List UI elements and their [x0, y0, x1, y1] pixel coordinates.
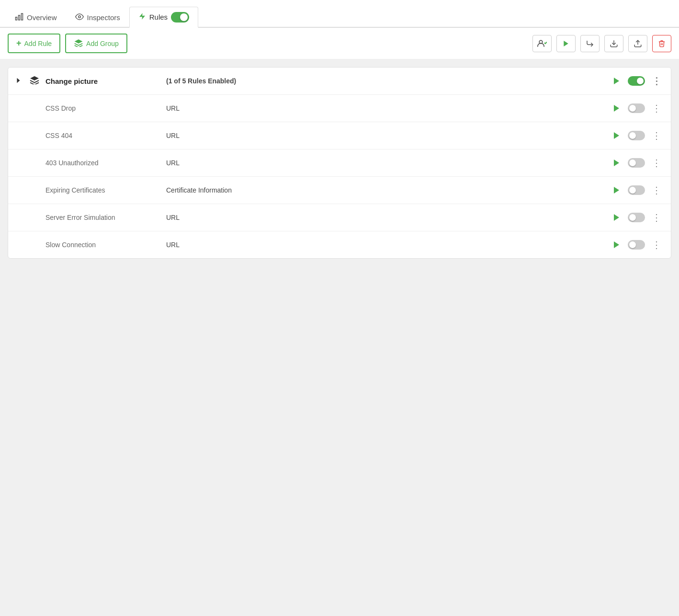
- rule-type: URL: [166, 159, 604, 167]
- rule-name: Server Error Simulation: [45, 214, 160, 221]
- tab-overview-label: Overview: [27, 13, 57, 22]
- rule-actions: ⋮: [610, 156, 663, 170]
- play-button[interactable]: [610, 156, 623, 170]
- table-row: Expiring Certificates Certificate Inform…: [8, 177, 671, 204]
- svg-rect-0: [22, 13, 23, 20]
- rule-type: Certificate Information: [166, 186, 604, 194]
- play-button[interactable]: [610, 74, 623, 88]
- rule-type: URL: [166, 241, 604, 249]
- more-options-button[interactable]: ⋮: [650, 76, 663, 86]
- tab-rules[interactable]: Rules: [129, 7, 198, 28]
- table-row: CSS Drop URL ⋮: [8, 95, 671, 122]
- rule-name: Expiring Certificates: [45, 186, 160, 194]
- rule-toggle[interactable]: [628, 131, 645, 140]
- rule-type: (1 of 5 Rules Enabled): [166, 77, 604, 85]
- add-rule-label: Add Rule: [24, 40, 52, 47]
- svg-rect-1: [19, 15, 20, 20]
- svg-marker-16: [614, 241, 619, 248]
- rule-name: CSS 404: [45, 132, 160, 139]
- rule-toggle[interactable]: [628, 240, 645, 250]
- tab-rules-label: Rules: [149, 13, 168, 21]
- rule-type: URL: [166, 104, 604, 112]
- run-button[interactable]: [556, 35, 576, 52]
- tab-inspectors-label: Inspectors: [87, 13, 120, 22]
- rule-actions: ⋮: [610, 102, 663, 115]
- group-layers-icon: [29, 76, 40, 87]
- svg-marker-13: [614, 160, 619, 166]
- svg-marker-14: [614, 187, 619, 194]
- rule-toggle[interactable]: [628, 185, 645, 195]
- table-row: 403 Unauthorized URL ⋮: [8, 149, 671, 177]
- delete-button[interactable]: [652, 35, 671, 52]
- rule-type: URL: [166, 132, 604, 139]
- rule-name: 403 Unauthorized: [45, 159, 160, 167]
- plus-icon: +: [16, 38, 22, 48]
- bar-chart-icon: [15, 12, 23, 23]
- rule-toggle[interactable]: [628, 158, 645, 168]
- add-rule-button[interactable]: + Add Rule: [8, 34, 60, 53]
- table-row: Slow Connection URL ⋮: [8, 231, 671, 258]
- rules-list: Change picture (1 of 5 Rules Enabled) ⋮ …: [8, 67, 671, 259]
- play-button[interactable]: [610, 102, 623, 115]
- more-options-button[interactable]: ⋮: [650, 213, 663, 222]
- add-group-button[interactable]: Add Group: [65, 34, 127, 53]
- svg-marker-9: [17, 78, 20, 82]
- toolbar: + Add Rule Add Group: [0, 28, 679, 59]
- rule-toggle[interactable]: [628, 213, 645, 222]
- play-button[interactable]: [610, 211, 623, 224]
- play-button[interactable]: [610, 238, 623, 251]
- rule-actions: ⋮: [610, 74, 663, 88]
- play-button[interactable]: [610, 183, 623, 197]
- svg-marker-15: [614, 214, 619, 221]
- svg-marker-4: [139, 13, 145, 19]
- more-options-button[interactable]: ⋮: [650, 240, 663, 250]
- layers-icon: [74, 38, 83, 48]
- more-options-button[interactable]: ⋮: [650, 185, 663, 195]
- rule-type: URL: [166, 214, 604, 221]
- table-row: Change picture (1 of 5 Rules Enabled) ⋮: [8, 68, 671, 95]
- more-options-button[interactable]: ⋮: [650, 103, 663, 113]
- add-group-label: Add Group: [86, 40, 119, 47]
- manage-users-button[interactable]: [532, 35, 552, 52]
- eye-icon: [75, 12, 84, 23]
- svg-marker-11: [614, 105, 619, 112]
- chevron-right-icon[interactable]: [16, 78, 23, 85]
- rule-actions: ⋮: [610, 211, 663, 224]
- forward-button[interactable]: [580, 35, 600, 52]
- rule-toggle[interactable]: [628, 103, 645, 113]
- more-options-button[interactable]: ⋮: [650, 158, 663, 168]
- rule-name: CSS Drop: [45, 104, 160, 112]
- svg-point-3: [78, 15, 80, 18]
- more-options-button[interactable]: ⋮: [650, 131, 663, 140]
- table-row: Server Error Simulation URL ⋮: [8, 204, 671, 231]
- tabs-bar: Overview Inspectors Rules: [0, 0, 679, 28]
- rule-toggle[interactable]: [628, 76, 645, 86]
- svg-rect-2: [16, 17, 17, 20]
- rule-actions: ⋮: [610, 238, 663, 251]
- rule-actions: ⋮: [610, 183, 663, 197]
- svg-marker-12: [614, 132, 619, 139]
- rule-actions: ⋮: [610, 129, 663, 142]
- export-button[interactable]: [628, 35, 647, 52]
- play-button[interactable]: [610, 129, 623, 142]
- tab-inspectors[interactable]: Inspectors: [66, 7, 129, 28]
- tab-overview[interactable]: Overview: [6, 7, 66, 28]
- lightning-icon: [138, 12, 146, 23]
- svg-marker-10: [614, 78, 619, 84]
- svg-marker-6: [564, 41, 568, 46]
- content-area: Change picture (1 of 5 Rules Enabled) ⋮ …: [0, 59, 679, 266]
- rule-name: Slow Connection: [45, 241, 160, 249]
- rules-toggle[interactable]: [171, 12, 189, 23]
- rule-name: Change picture: [45, 77, 160, 85]
- import-button[interactable]: [604, 35, 623, 52]
- table-row: CSS 404 URL ⋮: [8, 122, 671, 149]
